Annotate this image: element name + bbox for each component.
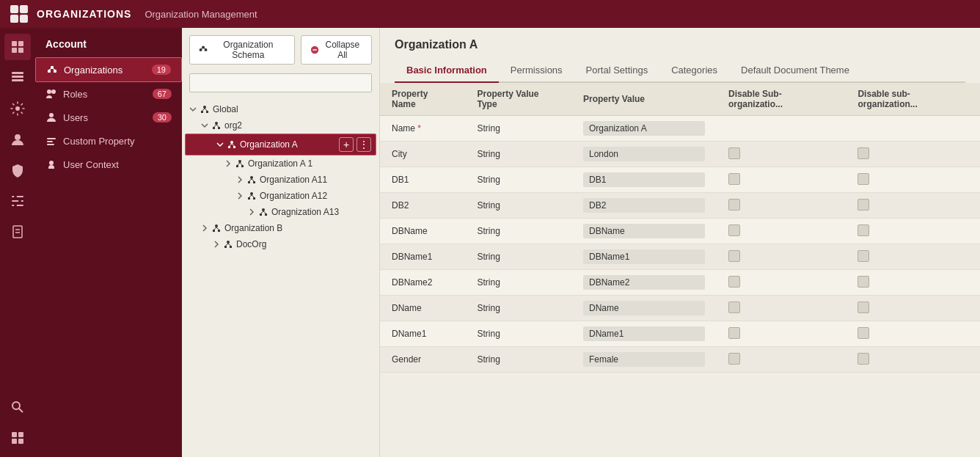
property-name-cell: DBName — [380, 219, 465, 244]
svg-rect-7 — [18, 48, 23, 53]
property-value-cell[interactable] — [571, 270, 717, 296]
nav-settings-icon[interactable] — [4, 95, 31, 122]
tree-node-org-a1[interactable]: Organization A 1 — [182, 156, 379, 172]
property-value-cell[interactable] — [571, 219, 717, 244]
collapse-all-button[interactable]: Collapse All — [301, 35, 372, 65]
disable-sub1-cell — [717, 244, 846, 270]
sidebar-item-organizations[interactable]: Organizations 19 — [35, 57, 182, 82]
property-value-cell[interactable] — [571, 193, 717, 219]
tree-node-org-a13[interactable]: Oragnization A13 — [182, 204, 379, 220]
tree-node-org-b[interactable]: Organization B — [182, 220, 379, 236]
svg-point-35 — [49, 113, 54, 117]
sidebar-item-users[interactable]: Users 30 — [35, 106, 182, 129]
org-tree-icon — [223, 239, 233, 249]
nav-dashboard-icon[interactable] — [4, 65, 31, 91]
property-value-input[interactable] — [583, 198, 705, 213]
tree-node-org2[interactable]: org2 — [182, 117, 379, 134]
tree-search-container — [182, 70, 379, 98]
property-value-input[interactable] — [583, 147, 705, 161]
tree-node-org-a[interactable]: Organization A + ⋮ — [185, 134, 376, 156]
property-value-cell[interactable] — [571, 167, 717, 193]
disable-sub2-checkbox[interactable] — [858, 276, 869, 288]
property-value-cell[interactable] — [571, 244, 717, 270]
svg-point-33 — [47, 89, 51, 94]
tab-default-document-theme[interactable]: Default Document Theme — [729, 59, 861, 83]
tab-portal-settings[interactable]: Portal Settings — [574, 59, 660, 83]
tree-more-button[interactable]: ⋮ — [356, 137, 371, 152]
disable-sub1-checkbox[interactable] — [728, 301, 740, 313]
disable-sub1-checkbox[interactable] — [728, 276, 740, 288]
disable-sub1-cell — [717, 296, 846, 321]
disable-sub1-checkbox[interactable] — [728, 173, 740, 185]
tree-add-button[interactable]: + — [339, 137, 354, 152]
property-value-input[interactable] — [583, 224, 705, 238]
svg-rect-73 — [248, 197, 250, 200]
disable-sub1-checkbox[interactable] — [728, 199, 740, 211]
org-schema-button[interactable]: Organization Schema — [189, 35, 295, 65]
table-row: DB2String — [380, 193, 980, 219]
tree-node-org-a11[interactable]: Organization A11 — [182, 172, 379, 188]
svg-rect-79 — [265, 213, 267, 216]
disable-sub1-checkbox[interactable] — [728, 327, 740, 339]
svg-rect-2 — [10, 15, 18, 23]
disable-sub2-checkbox[interactable] — [858, 353, 869, 365]
tab-categories[interactable]: Categories — [659, 59, 729, 83]
nav-document-icon[interactable] — [4, 219, 31, 245]
tab-basic-information[interactable]: Basic Information — [395, 59, 499, 83]
sidebar-item-user-context[interactable]: User Context — [35, 153, 182, 176]
nav-grid-icon[interactable] — [4, 34, 31, 60]
property-value-cell[interactable] — [571, 347, 717, 373]
property-value-input[interactable] — [583, 121, 705, 136]
disable-sub2-checkbox[interactable] — [858, 250, 869, 262]
svg-rect-74 — [253, 197, 255, 200]
tree-content: Global org2 Organization A + ⋮ — [182, 98, 379, 457]
tree-search-input[interactable] — [189, 73, 372, 92]
property-value-input[interactable] — [583, 172, 705, 187]
sidebar-item-roles[interactable]: Roles 67 — [35, 82, 182, 106]
svg-rect-42 — [205, 48, 207, 51]
tree-node-docorg-label: DocOrg — [236, 239, 375, 249]
tree-node-org-a12[interactable]: Organization A12 — [182, 188, 379, 204]
tree-node-docorg[interactable]: DocOrg — [182, 236, 379, 252]
nav-search-icon[interactable] — [4, 394, 31, 420]
col-disable-sub1: Disable Sub-organizatio... — [717, 83, 846, 116]
top-header: ORGANIZATIONS Organization Management — [0, 0, 980, 28]
property-value-input[interactable] — [583, 275, 705, 290]
disable-sub1-checkbox[interactable] — [728, 147, 740, 159]
disable-sub2-checkbox[interactable] — [858, 224, 869, 236]
svg-rect-89 — [230, 246, 232, 248]
disable-sub1-checkbox[interactable] — [728, 353, 740, 365]
nav-shield-icon[interactable] — [4, 157, 31, 183]
header-subtitle: Organization Management — [145, 9, 257, 20]
property-value-input[interactable] — [583, 249, 705, 264]
disable-sub2-cell — [846, 244, 980, 270]
sidebar-item-custom-property[interactable]: Custom Property — [35, 129, 182, 153]
property-value-cell[interactable] — [571, 116, 717, 142]
disable-sub2-checkbox[interactable] — [858, 147, 869, 159]
property-value-cell[interactable] — [571, 296, 717, 321]
disable-sub2-checkbox[interactable] — [858, 173, 869, 185]
disable-sub2-checkbox[interactable] — [858, 327, 869, 339]
disable-sub2-checkbox[interactable] — [858, 199, 869, 211]
disable-sub2-checkbox[interactable] — [858, 301, 869, 313]
property-value-input[interactable] — [583, 326, 705, 341]
svg-line-76 — [252, 195, 255, 197]
property-value-cell[interactable] — [571, 142, 717, 167]
nav-user-icon[interactable] — [4, 126, 31, 153]
property-value-input[interactable] — [583, 301, 705, 315]
svg-rect-14 — [12, 200, 23, 202]
tree-node-org-a13-label: Oragnization A13 — [271, 207, 375, 217]
svg-point-47 — [203, 106, 206, 109]
disable-sub1-checkbox[interactable] — [728, 250, 740, 262]
chevron-right-icon — [246, 207, 257, 217]
tab-permissions[interactable]: Permissions — [499, 59, 574, 83]
nav-apps-icon[interactable] — [4, 425, 31, 451]
property-value-input[interactable] — [583, 352, 705, 367]
tree-node-global[interactable]: Global — [182, 101, 379, 117]
svg-rect-58 — [228, 146, 230, 148]
nav-sliders-icon[interactable] — [4, 188, 31, 214]
property-value-cell[interactable] — [571, 321, 717, 347]
disable-sub1-checkbox[interactable] — [728, 224, 740, 236]
svg-rect-15 — [12, 205, 23, 206]
disable-sub2-cell — [846, 219, 980, 244]
